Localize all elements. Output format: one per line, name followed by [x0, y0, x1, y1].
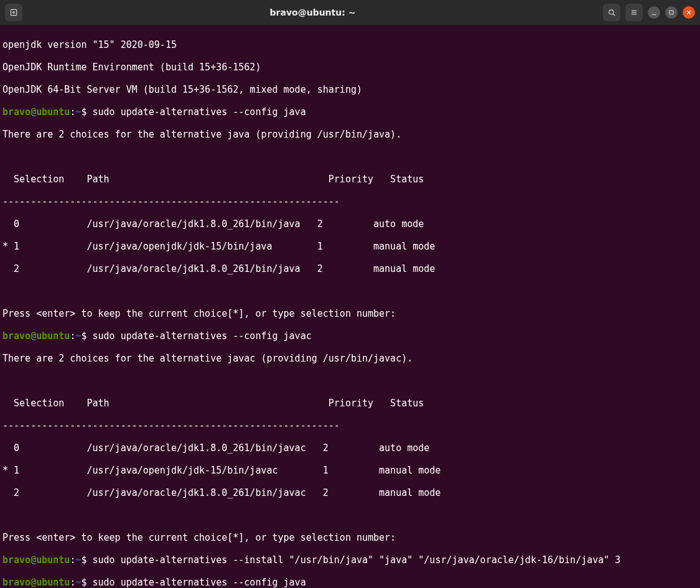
output-line: OpenJDK Runtime Environment (build 15+36…: [2, 62, 698, 73]
table-row: 2 /usr/java/oracle/jdk1.8.0_261/bin/java…: [2, 263, 698, 274]
new-tab-button[interactable]: [5, 4, 22, 21]
output-line: OpenJDK 64-Bit Server VM (build 15+36-15…: [2, 84, 698, 95]
output-line: There are 2 choices for the alternative …: [2, 129, 698, 140]
window-titlebar: bravo@ubuntu: ~: [0, 0, 700, 26]
svg-rect-9: [670, 11, 673, 14]
prompt-line: bravo@ubuntu:~$ sudo update-alternatives…: [2, 554, 698, 566]
output-line: Press <enter> to keep the current choice…: [2, 308, 698, 319]
output-line: There are 2 choices for the alternative …: [2, 353, 698, 364]
maximize-button[interactable]: [665, 6, 678, 19]
output-line: openjdk version "15" 2020-09-15: [2, 39, 698, 50]
svg-point-3: [609, 10, 614, 14]
hamburger-menu-button[interactable]: [625, 4, 643, 21]
svg-line-4: [613, 14, 615, 16]
output-line: [2, 151, 698, 162]
table-row: 2 /usr/java/oracle/jdk1.8.0_261/bin/java…: [2, 487, 698, 498]
output-line: [2, 375, 698, 386]
terminal-output[interactable]: openjdk version "15" 2020-09-15 OpenJDK …: [0, 26, 700, 588]
table-header: Selection Path Priority Status: [2, 174, 698, 185]
output-line: [2, 510, 698, 521]
minimize-button[interactable]: [648, 6, 660, 19]
hr: ----------------------------------------…: [2, 196, 698, 207]
window-title: bravo@ubuntu: ~: [22, 7, 603, 18]
table-row: 0 /usr/java/oracle/jdk1.8.0_261/bin/java…: [2, 442, 698, 454]
table-row: 0 /usr/java/oracle/jdk1.8.0_261/bin/java…: [2, 218, 698, 230]
search-button[interactable]: [603, 4, 620, 21]
table-row: * 1 /usr/java/openjdk/jdk-15/bin/javac 1…: [2, 465, 698, 476]
table-row: * 1 /usr/java/openjdk/jdk-15/bin/java 1 …: [2, 241, 698, 252]
prompt-line: bravo@ubuntu:~$ sudo update-alternatives…: [2, 577, 698, 588]
table-header: Selection Path Priority Status: [2, 398, 698, 409]
output-line: Press <enter> to keep the current choice…: [2, 532, 698, 543]
hr: ----------------------------------------…: [2, 420, 698, 431]
close-button[interactable]: [683, 6, 695, 19]
prompt-line: bravo@ubuntu:~$ sudo update-alternatives…: [2, 106, 698, 118]
output-line: [2, 286, 698, 297]
prompt-line: bravo@ubuntu:~$ sudo update-alternatives…: [2, 330, 698, 342]
